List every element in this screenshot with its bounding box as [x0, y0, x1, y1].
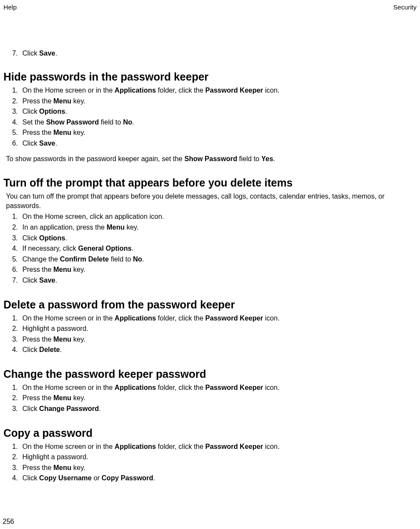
page-content: Click Save. Hide passwords in the passwo… [3, 50, 417, 483]
section-heading: Delete a password from the password keep… [3, 298, 417, 311]
step-item: Press the Menu key. [20, 96, 417, 106]
header-left: Help [3, 3, 17, 11]
bold-text: Password Keeper [205, 314, 263, 322]
step-list: On the Home screen or in the Application… [3, 442, 417, 483]
bold-text: Applications [114, 443, 156, 450]
bold-text: Menu [53, 336, 71, 343]
section-intro: You can turn off the prompt that appears… [6, 192, 417, 210]
bold-text: Save [39, 140, 55, 147]
bold-text: Save [39, 277, 55, 284]
step-list: On the Home screen or in the Application… [3, 383, 417, 414]
step-item: Press the Menu key. [20, 463, 417, 473]
step-item: On the Home screen or in the Application… [20, 383, 417, 392]
bold-text: No [133, 255, 142, 263]
bold-text: Menu [107, 224, 125, 231]
page-header: Help Security [3, 3, 417, 11]
bold-text: Delete [39, 346, 60, 353]
step-item: If necessary, click General Options. [20, 244, 417, 253]
step-item: Highlight a password. [20, 324, 417, 333]
bold-text: Password Keeper [205, 443, 263, 450]
step-item: Click Save. [20, 276, 417, 285]
section-heading: Change the password keeper password [3, 367, 417, 380]
step-item: Change the Confirm Delete field to No. [20, 255, 417, 264]
step-item: Set the Show Password field to No. [20, 118, 417, 127]
bold-text: Menu [53, 97, 71, 105]
bold-text: No [123, 118, 132, 126]
step-item: Press the Menu key. [20, 265, 417, 274]
bold-text: Applications [114, 314, 156, 322]
bold-text: Confirm Delete [60, 255, 109, 263]
bold-text: Options [39, 108, 65, 115]
step-item: Click Save. [20, 139, 417, 148]
bold-text: Options [39, 234, 65, 242]
section-heading: Hide passwords in the password keeper [3, 70, 417, 83]
bold-text: Menu [53, 464, 71, 471]
step-item: Press the Menu key. [20, 393, 417, 403]
page-number: 256 [3, 518, 14, 526]
bold-text: Save [39, 50, 55, 57]
section-heading: Copy a password [3, 426, 417, 439]
step-item: Click Change Password. [20, 404, 417, 414]
step-list: On the Home screen, click an application… [3, 212, 417, 285]
bold-text: Password Keeper [205, 87, 263, 94]
bold-text: Applications [114, 384, 156, 391]
continued-step-list: Click Save. [3, 50, 417, 57]
step-item: Click Delete. [20, 345, 417, 355]
bold-text: Applications [114, 87, 156, 94]
bold-text: Change Password [39, 405, 99, 412]
step-item: Click Options. [20, 107, 417, 116]
step-list: On the Home screen or in the Application… [3, 314, 417, 355]
step-item: Click Copy Username or Copy Password. [20, 473, 417, 483]
step-item: In an application, press the Menu key. [20, 223, 417, 232]
step-item: Press the Menu key. [20, 128, 417, 137]
step-item: Click Save. [20, 50, 417, 57]
bold-text: Password Keeper [205, 384, 263, 391]
step-item: On the Home screen or in the Application… [20, 442, 417, 451]
step-item: On the Home screen or in the Application… [20, 86, 417, 95]
step-item: Highlight a password. [20, 452, 417, 462]
bold-text: General Options [78, 245, 132, 252]
section-heading: Turn off the prompt that appears before … [3, 176, 417, 189]
bold-text: Show Password [46, 118, 99, 126]
bold-text: Yes [261, 155, 273, 162]
bold-text: Show Password [184, 155, 237, 162]
step-item: On the Home screen or in the Application… [20, 314, 417, 323]
bold-text: Menu [53, 129, 71, 136]
header-right: Security [393, 3, 417, 11]
step-item: On the Home screen, click an application… [20, 212, 417, 221]
bold-text: Menu [53, 394, 71, 401]
bold-text: Menu [53, 266, 71, 273]
step-list: On the Home screen or in the Application… [3, 86, 417, 148]
section-note: To show passwords in the password keeper… [6, 154, 417, 164]
bold-text: Copy Password [102, 474, 153, 482]
step-item: Press the Menu key. [20, 335, 417, 344]
step-item: Click Options. [20, 233, 417, 243]
bold-text: Copy Username [39, 474, 92, 482]
